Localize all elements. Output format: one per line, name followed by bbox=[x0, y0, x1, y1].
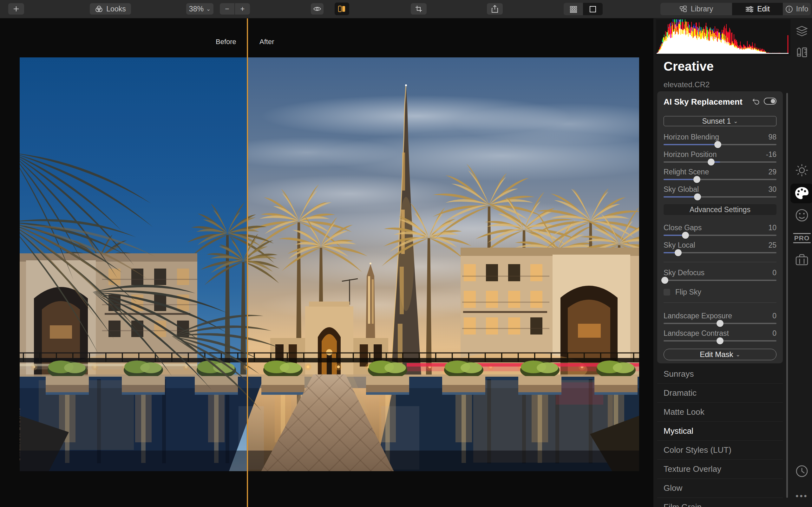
slider-sky-local[interactable]: Sky Local25 bbox=[663, 240, 776, 258]
slider-value: 0 bbox=[772, 269, 776, 277]
slider-handle[interactable] bbox=[694, 193, 701, 201]
list-item-matte-look[interactable]: Matte Look bbox=[657, 403, 783, 422]
single-view-button[interactable] bbox=[583, 3, 603, 15]
slider-track[interactable] bbox=[663, 196, 776, 198]
creative-palette-icon[interactable] bbox=[794, 186, 809, 202]
slider-group-defocus: Sky Defocus0 bbox=[663, 268, 776, 285]
slider-sky-defocus[interactable]: Sky Defocus0 bbox=[663, 268, 776, 285]
list-item-film-grain[interactable]: Film Grain bbox=[657, 498, 783, 507]
slider-handle[interactable] bbox=[714, 141, 721, 148]
canvas-image[interactable]: ©Mathew Browne bbox=[20, 57, 639, 471]
slider-value: -16 bbox=[766, 150, 776, 159]
luminar-app: Looks 38% ⌄ − + bbox=[0, 0, 812, 507]
pro-tools-icon[interactable]: PRO bbox=[793, 233, 811, 243]
slider-track[interactable] bbox=[663, 161, 776, 163]
slider-label: Horizon Blending bbox=[663, 133, 719, 142]
slider-handle[interactable] bbox=[661, 277, 668, 284]
list-item-mystical[interactable]: Mystical bbox=[657, 422, 783, 441]
edit-tools-icon[interactable] bbox=[795, 46, 809, 61]
slider-horizon-position[interactable]: Horizon Position-16 bbox=[663, 149, 776, 167]
sky-preset-dropdown[interactable]: Sunset 1 ⌄ bbox=[663, 116, 776, 126]
list-item-glow[interactable]: Glow bbox=[657, 479, 783, 498]
slider-label: Sky Global bbox=[663, 185, 699, 194]
slider-track[interactable] bbox=[663, 144, 776, 145]
slider-handle[interactable] bbox=[716, 337, 723, 344]
more-options-icon[interactable]: ••• bbox=[796, 491, 808, 501]
slider-close-gaps[interactable]: Close Gaps10 bbox=[663, 223, 776, 240]
tab-library-label: Library bbox=[691, 5, 713, 13]
tab-library[interactable]: Library bbox=[660, 3, 732, 15]
slider-value: 0 bbox=[772, 329, 776, 338]
slider-value: 98 bbox=[768, 133, 776, 142]
slider-track[interactable] bbox=[663, 235, 776, 236]
single-image-icon bbox=[589, 5, 597, 13]
slider-label: Landscape Exposure bbox=[663, 312, 732, 320]
tab-info[interactable]: Info bbox=[783, 3, 811, 15]
tab-edit-label: Edit bbox=[757, 5, 770, 13]
list-item-label: Texture Overlay bbox=[663, 464, 721, 474]
slider-value: 30 bbox=[768, 185, 776, 194]
slider-horizon-blending[interactable]: Horizon Blending98 bbox=[663, 132, 776, 149]
panel-scrollbar[interactable] bbox=[786, 93, 788, 498]
slider-sky-global[interactable]: Sky Global30 bbox=[663, 184, 776, 202]
slider-landscape-exposure[interactable]: Landscape Exposure0 bbox=[663, 311, 776, 328]
slider-handle[interactable] bbox=[693, 176, 700, 183]
slider-handle[interactable] bbox=[708, 159, 715, 166]
slider-track[interactable] bbox=[663, 340, 776, 341]
slider-label: Horizon Position bbox=[663, 150, 716, 159]
reset-icon[interactable] bbox=[752, 97, 760, 107]
layers-icon[interactable] bbox=[796, 25, 808, 38]
slider-track[interactable] bbox=[663, 252, 776, 253]
flip-sky-row: Flip Sky bbox=[663, 288, 701, 296]
slider-handle[interactable] bbox=[682, 232, 689, 239]
history-clock-icon[interactable] bbox=[795, 464, 809, 479]
compare-view-button[interactable] bbox=[335, 3, 349, 15]
list-item-texture-overlay[interactable]: Texture Overlay bbox=[657, 460, 783, 479]
essentials-sun-icon[interactable] bbox=[795, 163, 809, 178]
slider-relight-scene[interactable]: Relight Scene29 bbox=[663, 167, 776, 184]
tool-enabled-toggle[interactable] bbox=[764, 98, 776, 105]
zoom-level-dropdown[interactable]: 38% ⌄ bbox=[186, 3, 213, 14]
advanced-settings-button[interactable]: Advanced Settings bbox=[663, 204, 776, 215]
list-item-label: Color Styles (LUT) bbox=[663, 445, 732, 455]
zoom-out-button[interactable]: − bbox=[220, 3, 235, 14]
info-icon bbox=[786, 5, 793, 13]
looks-button[interactable]: Looks bbox=[90, 3, 131, 14]
view-mode-segment bbox=[564, 3, 603, 15]
slider-track[interactable] bbox=[663, 323, 776, 324]
list-item-dramatic[interactable]: Dramatic bbox=[657, 384, 783, 403]
minus-icon: − bbox=[225, 5, 229, 13]
slider-value: 0 bbox=[772, 312, 776, 320]
slider-track[interactable] bbox=[663, 280, 776, 281]
slider-handle[interactable] bbox=[716, 320, 723, 327]
tab-edit[interactable]: Edit bbox=[732, 3, 783, 15]
list-item-label: Matte Look bbox=[663, 407, 704, 417]
slider-landscape-contrast[interactable]: Landscape Contrast0 bbox=[663, 328, 776, 346]
flip-sky-label: Flip Sky bbox=[675, 288, 701, 296]
library-icon bbox=[680, 5, 688, 13]
gallery-view-button[interactable] bbox=[564, 3, 583, 15]
slider-handle[interactable] bbox=[675, 249, 682, 256]
quick-preview-button[interactable] bbox=[311, 3, 324, 14]
slider-label: Relight Scene bbox=[663, 168, 709, 176]
compare-split-handle[interactable] bbox=[247, 18, 248, 507]
slider-track[interactable] bbox=[663, 179, 776, 180]
portrait-face-icon[interactable] bbox=[795, 208, 809, 224]
ai-sky-replacement-card: AI Sky Replacement Sunset 1 ⌄ Horizon Bl… bbox=[657, 91, 783, 363]
edit-mask-label: Edit Mask bbox=[700, 350, 733, 359]
list-item-sunrays[interactable]: Sunrays bbox=[657, 364, 783, 384]
list-item-label: Film Grain bbox=[663, 502, 702, 507]
crop-button[interactable] bbox=[411, 3, 427, 14]
sky-preset-value: Sunset 1 bbox=[702, 117, 731, 125]
add-photo-button[interactable] bbox=[8, 3, 24, 14]
flip-sky-checkbox[interactable] bbox=[663, 289, 670, 295]
list-item-color-styles-lut-[interactable]: Color Styles (LUT) bbox=[657, 441, 783, 460]
before-label: Before bbox=[216, 38, 236, 46]
export-button[interactable] bbox=[487, 3, 503, 14]
watermark: ©Mathew Browne bbox=[20, 407, 21, 462]
slider-value: 29 bbox=[768, 168, 776, 176]
slider-fill bbox=[663, 196, 698, 198]
professional-briefcase-icon[interactable] bbox=[795, 253, 809, 267]
zoom-in-button[interactable]: + bbox=[235, 3, 250, 14]
edit-mask-button[interactable]: Edit Mask ⌄ bbox=[663, 349, 776, 360]
